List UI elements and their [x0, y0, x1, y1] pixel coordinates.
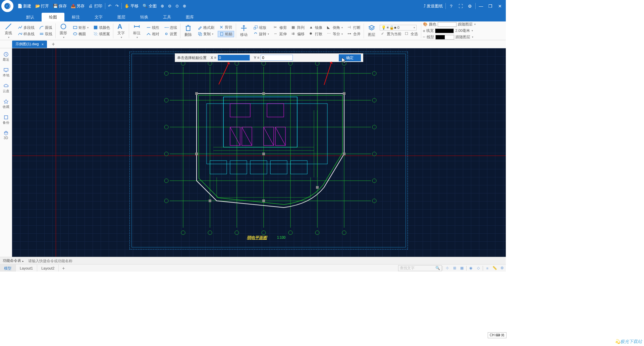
ruler-button[interactable]: 📏	[491, 265, 498, 272]
rect-button[interactable]: 矩形▾	[71, 25, 90, 31]
tab-library[interactable]: 图库	[178, 13, 201, 21]
zoom-extents-button[interactable]: ⊗	[181, 0, 188, 12]
scatter-button[interactable]: ✸打散	[308, 31, 324, 37]
rotate-button[interactable]: 旋转▾	[252, 31, 270, 37]
set-current-layer-button[interactable]: ✓置为当前	[380, 31, 403, 37]
spline-button[interactable]: 样条线	[16, 31, 36, 37]
saveas-button[interactable]: 📤另存	[69, 0, 87, 12]
arc-button[interactable]: 圆弧	[38, 25, 54, 31]
trim-button[interactable]: ✂修剪	[272, 25, 288, 31]
close-button[interactable]: ✕	[495, 4, 504, 9]
osnap-button[interactable]: ◇	[475, 265, 482, 272]
tab-default[interactable]: 默认	[19, 13, 42, 21]
sidebar-favorites[interactable]: 收藏	[0, 98, 12, 111]
grid-toggle-button[interactable]: ▦	[458, 265, 466, 272]
delete-button[interactable]: 删除	[183, 24, 193, 38]
linetype-property[interactable]: ┄线型跟随图层▾	[423, 34, 476, 40]
snap-button[interactable]: ⊹	[443, 265, 451, 272]
add-file-tab-button[interactable]: +	[50, 41, 57, 47]
add-layout-button[interactable]: +	[59, 266, 68, 271]
sidebar-local[interactable]: 本地	[0, 66, 12, 79]
continuous-dim-button[interactable]: 连续	[163, 25, 178, 31]
open-button[interactable]: 📂打开	[33, 0, 51, 12]
divide-button[interactable]: ⋯等分▾	[326, 31, 344, 37]
layer-dropdown[interactable]: 💡☀🔒■ 0▾	[380, 25, 417, 31]
sidebar-recent[interactable]: 最近	[0, 50, 12, 63]
undo-button[interactable]: ↶	[106, 0, 113, 12]
mirror-button[interactable]: ▲镜像	[308, 25, 324, 31]
circle-button[interactable]: 圆形▾	[58, 22, 68, 40]
fillcolor-button[interactable]: 填颜色	[92, 25, 111, 31]
print-button[interactable]: 🖨打印	[87, 0, 104, 12]
redo-button[interactable]: ↷	[113, 0, 121, 12]
help-button[interactable]: ?	[446, 4, 456, 9]
close-tab-button[interactable]: ×	[42, 42, 44, 46]
polyline-button[interactable]: 多段线	[16, 25, 36, 31]
line-button[interactable]: 直线▾	[3, 22, 13, 40]
tab-annotate[interactable]: 标注	[64, 13, 87, 21]
color-property[interactable]: 🎨颜色跟随图层▾	[423, 21, 476, 27]
coord-x-input[interactable]	[218, 55, 250, 61]
dblline-button[interactable]: 双线	[38, 31, 54, 37]
zoom-button[interactable]: 🔍全图	[141, 0, 159, 12]
tab-layer[interactable]: 图层	[110, 13, 133, 21]
command-input[interactable]	[26, 259, 506, 263]
minimize-button[interactable]: —	[476, 4, 486, 9]
settings-button[interactable]: ⚙	[465, 4, 475, 9]
scale-button[interactable]: 缩放	[252, 25, 270, 31]
layout-tab-1[interactable]: Layout1	[16, 265, 37, 272]
chamfer-button[interactable]: ◣倒角▾	[326, 25, 344, 31]
move-button[interactable]: 移动	[239, 24, 249, 38]
ortho-button[interactable]: ⊞	[451, 265, 458, 272]
trim-icon: ✂	[274, 25, 278, 30]
paste-button[interactable]: 粘贴	[218, 31, 234, 37]
dim-settings-button[interactable]: 设置	[163, 31, 178, 37]
polar-button[interactable]: ◉	[467, 265, 475, 272]
sidebar-backup[interactable]: 备份	[0, 113, 12, 126]
relative-dim-button[interactable]: 相对	[145, 31, 161, 37]
zoom-window-button[interactable]: ⊙	[173, 0, 181, 12]
merge-button[interactable]: ⊶合并	[346, 31, 362, 37]
coord-ok-button[interactable]: 确定	[339, 54, 361, 61]
maximize-button[interactable]: ❐	[486, 4, 495, 9]
layout-tab-model[interactable]: 模型	[0, 265, 16, 272]
layout-tab-2[interactable]: Layout2	[37, 265, 59, 272]
layer-button[interactable]: 图层	[367, 24, 377, 38]
svg-point-32	[164, 199, 168, 203]
send-drawing-button[interactable]: ⤴发送图纸	[422, 0, 445, 12]
break-button[interactable]: ⊣打断	[346, 25, 362, 31]
extend-button[interactable]: ↔延伸	[272, 31, 288, 37]
svg-point-30	[164, 152, 168, 156]
selectall-button[interactable]: ☐全选	[404, 31, 419, 37]
format-brush-button[interactable]: 格式刷	[196, 25, 216, 31]
save-button[interactable]: 💾保存	[51, 0, 69, 12]
fillpattern-button[interactable]: 填图案	[92, 31, 111, 37]
linear-dim-button[interactable]: 线性	[145, 25, 161, 31]
tab-tools[interactable]: 工具	[156, 13, 178, 21]
linewidth-property[interactable]: ≡线宽2.00毫米▾	[423, 28, 476, 34]
fullscreen-button[interactable]: ⛶	[456, 4, 465, 9]
tab-draw[interactable]: 绘图	[42, 13, 64, 21]
coord-y-input[interactable]	[261, 55, 293, 61]
annotate-button[interactable]: 标注▾	[132, 22, 142, 40]
file-tab[interactable]: 示例图(1).dwg ×	[12, 41, 47, 48]
pan-button[interactable]: ✋平移	[122, 0, 141, 12]
sidebar-cloud[interactable]: 云盘	[0, 82, 12, 95]
drawing-canvas[interactable]: 弱电平面图 1:100 单击选择粘贴位置 X = Y = 确定	[12, 48, 506, 257]
search-box[interactable]: 查找文字🔍	[398, 265, 442, 271]
cut-button[interactable]: 剪切	[218, 24, 234, 30]
ellipse-button[interactable]: 椭圆	[71, 31, 90, 37]
copy-button[interactable]: 复制▾	[196, 31, 216, 37]
linewidth-toggle[interactable]: ≡	[484, 265, 491, 272]
tab-text[interactable]: 文字	[87, 13, 110, 21]
new-button[interactable]: 📄新建	[15, 0, 33, 12]
text-button[interactable]: A文字▾	[116, 22, 126, 40]
zoom-out-button[interactable]: ⊖	[166, 0, 173, 12]
sidebar-3d[interactable]: 3D	[0, 129, 12, 141]
tab-convert[interactable]: 转换	[133, 13, 156, 21]
command-label[interactable]: 功能命令表 ▴	[0, 258, 26, 263]
settings-bb-button[interactable]: ⚙	[498, 265, 506, 272]
array-button[interactable]: ▦阵列	[290, 25, 306, 31]
offset-button[interactable]: ⇉偏移	[290, 31, 306, 37]
zoom-in-button[interactable]: ⊕	[159, 0, 166, 12]
